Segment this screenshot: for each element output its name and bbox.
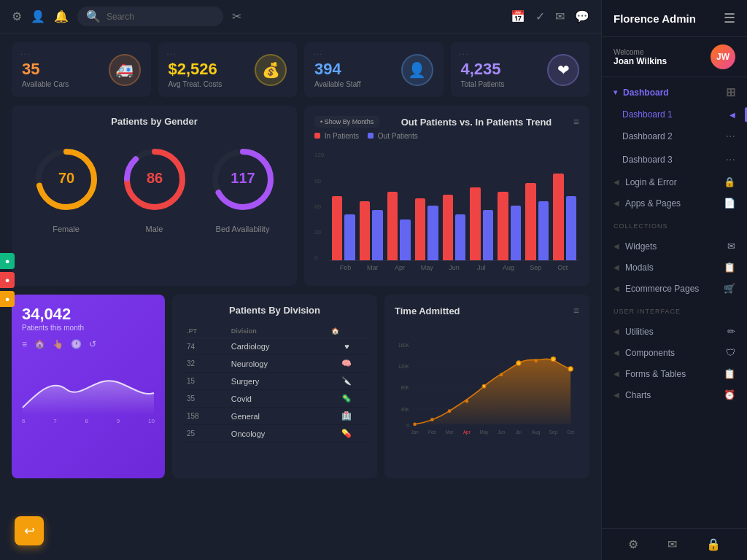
sidebar-item-widgets[interactable]: ◀ Widgets ✉ (602, 236, 747, 257)
mail-icon[interactable]: ✉ (555, 9, 565, 23)
sidebar-item-utilities[interactable]: ◀ Utilities ✏ (602, 321, 747, 342)
footer-mail-icon[interactable]: ✉ (667, 537, 677, 551)
svg-text:Feb: Feb (428, 430, 436, 435)
card-dots-3: ... (313, 48, 323, 56)
cut-icon[interactable]: ✂ (232, 9, 241, 23)
time-dot-feb (430, 419, 434, 422)
chat-icon[interactable]: 💬 (575, 9, 589, 23)
table-row[interactable]: 74 Cardiology ♥ (182, 338, 367, 355)
out-patients-legend: Out Patients (368, 132, 418, 140)
div-covid: Covid (227, 390, 327, 408)
green-dot: ● (5, 257, 10, 265)
calendar-icon[interactable]: 📅 (511, 9, 525, 23)
left-btn-green[interactable]: ● (0, 253, 15, 269)
sidebar-welcome: Welcome (614, 48, 705, 56)
svg-text:Apr: Apr (463, 430, 471, 436)
stat-label-staff: Available Staff (314, 80, 361, 88)
show-by-button[interactable]: • Show By Months (314, 116, 379, 128)
sidebar-item-dashboard2[interactable]: Dashboard 2 ··· (602, 125, 747, 148)
sidebar-item-dashboard3[interactable]: Dashboard 3 ··· (602, 148, 747, 171)
col-icon: 🏠 (327, 324, 367, 338)
table-row[interactable]: 158 General 🏥 (182, 408, 367, 425)
bar-in-jul (470, 187, 480, 260)
menu-toggle-icon[interactable]: ☰ (724, 10, 735, 26)
time-title: Time Admitted (395, 306, 460, 316)
bar-out-aug (511, 206, 521, 260)
sidebar-item-dashboard[interactable]: ▾ Dashboard ⊞ (602, 80, 747, 104)
out-patients-dot (368, 133, 374, 139)
time-area-fill (415, 359, 570, 425)
stat-content-costs: $2,526 Avg Treat. Costs (169, 51, 222, 88)
sidebar-item-modals[interactable]: ◀ Modals 📋 (602, 257, 747, 278)
male-label: Male (118, 225, 191, 233)
sidebar-item-login-error[interactable]: ◀ Login & Error 🔒 (602, 171, 747, 192)
time-dot-jul (516, 361, 521, 365)
table-row[interactable]: 32 Neurology 🧠 (182, 355, 367, 373)
time-chart-area: 0 40K 80K 120K 160K (395, 322, 579, 468)
month-icon-2[interactable]: 🏠 (34, 339, 45, 349)
bar-out-may (427, 206, 438, 260)
month-icon-4[interactable]: 🕐 (71, 339, 82, 349)
sidebar-item-ecommerce[interactable]: ◀ Ecommerce Pages 🛒 (602, 278, 747, 299)
sidebar-item-forms-tables[interactable]: ◀ Forms & Tables 📋 (602, 363, 747, 384)
month-card: 34,042 Patients this month ≡ 🏠 👆 🕐 ↺ (12, 295, 165, 478)
middle-row: Patients by Gender 70 Female (12, 106, 589, 286)
stat-label-costs: Avg Treat. Costs (169, 80, 222, 88)
bar-group-apr (387, 192, 411, 260)
search-box[interactable]: 🔍 (77, 7, 223, 26)
sidebar-username: Joan Wilkins (614, 56, 705, 66)
sidebar-label-dashboard1: Dashboard 1 (622, 109, 673, 120)
chevron-utilities: ◀ (614, 327, 619, 335)
bar-in-aug (498, 192, 508, 260)
sidebar-item-apps-pages[interactable]: ◀ Apps & Pages 📄 (602, 192, 747, 214)
footer-lock-icon[interactable]: 🔒 (706, 537, 721, 551)
chevron-ecommerce: ◀ (614, 284, 619, 292)
user-icon[interactable]: 👤 (31, 9, 45, 23)
bar-group-feb (332, 196, 355, 260)
bar-x-labels: Feb Mar Apr May Jun Jul Aug Sep Oct (329, 261, 579, 271)
table-row[interactable]: 35 Covid 🦠 (182, 390, 367, 408)
month-icon-3[interactable]: 👆 (53, 339, 63, 349)
card-dots: ... (20, 48, 31, 56)
time-dot-may (482, 385, 486, 389)
time-dot-oct (568, 367, 573, 371)
floating-back-button[interactable]: ↩ (15, 516, 44, 545)
div-surgery: Surgery (227, 373, 327, 390)
month-icon-5[interactable]: ↺ (89, 339, 96, 349)
col-pt: .PT (182, 324, 227, 338)
sidebar-item-dashboard1[interactable]: Dashboard 1 ◀ (602, 104, 747, 125)
svg-text:Aug: Aug (532, 430, 541, 436)
search-input[interactable] (107, 12, 214, 22)
sidebar-item-components[interactable]: ◀ Components 🛡 (602, 342, 747, 363)
trend-menu-icon[interactable]: ≡ (573, 116, 579, 128)
sidebar-label-widgets: Widgets (625, 241, 657, 252)
left-btn-orange[interactable]: ● (0, 291, 15, 307)
svg-text:Jun: Jun (498, 430, 506, 435)
check-icon[interactable]: ✓ (535, 9, 545, 23)
sidebar-item-charts[interactable]: ◀ Charts ⏰ (602, 384, 747, 405)
col-division: Division (227, 324, 327, 338)
sidebar-label-dashboard: Dashboard (623, 88, 669, 98)
month-icon-1[interactable]: ≡ (22, 339, 27, 349)
icon-neurology: 🧠 (327, 355, 367, 373)
bar-out-apr (400, 219, 410, 260)
notification-icon[interactable]: 🔔 (54, 9, 69, 23)
sidebar-label-charts: Charts (625, 390, 651, 400)
time-dot-jun (500, 373, 503, 377)
ecommerce-icon: 🛒 (724, 283, 735, 294)
sidebar-label-login: Login & Error (625, 177, 677, 187)
bar-in-sep (525, 183, 535, 260)
svg-text:0: 0 (406, 423, 409, 428)
floating-btn-icon: ↩ (24, 523, 35, 539)
orange-dot: ● (5, 295, 10, 303)
table-row[interactable]: 15 Surgery 🔪 (182, 373, 367, 390)
table-row[interactable]: 25 Oncology 💊 (182, 425, 367, 443)
time-menu-icon[interactable]: ≡ (573, 305, 579, 316)
footer-settings-icon[interactable]: ⚙ (628, 537, 638, 551)
settings-icon[interactable]: ⚙ (12, 9, 22, 23)
left-btn-red[interactable]: ● (0, 272, 15, 288)
sidebar-label-dashboard2: Dashboard 2 (622, 131, 673, 141)
sidebar-user: Welcome Joan Wilkins JW (602, 37, 747, 77)
bar-group-jul (470, 187, 493, 260)
brand-name: Florence Admin (614, 12, 696, 25)
